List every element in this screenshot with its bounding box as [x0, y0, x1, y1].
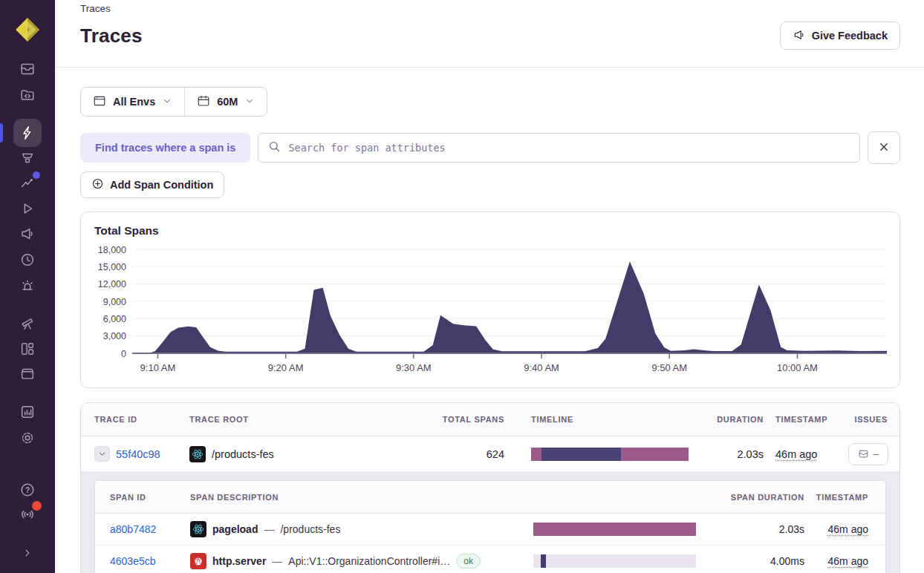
breadcrumb[interactable]: Traces — [80, 3, 900, 14]
col-issues: ISSUES — [838, 415, 899, 424]
expanded-trace-panel: SPAN ID SPAN DESCRIPTION SPAN DURATION T… — [81, 471, 899, 573]
traces-table: TRACE ID TRACE ROOT TOTAL SPANS TIMELINE… — [80, 402, 900, 573]
chevron-down-icon — [162, 96, 172, 108]
svg-text:0: 0 — [121, 349, 126, 359]
environment-filter-label: All Envs — [113, 96, 155, 108]
col-span-timestamp: TIMESTAMP — [804, 493, 885, 502]
col-timestamp: TIMESTAMP — [764, 415, 838, 424]
settings-icon[interactable] — [13, 424, 42, 452]
page-title: Traces — [80, 24, 143, 48]
span-timestamp[interactable]: 46m ago — [828, 523, 868, 535]
col-span-duration: SPAN DURATION — [696, 493, 804, 502]
span-table-header: SPAN ID SPAN DESCRIPTION SPAN DURATION T… — [95, 481, 885, 514]
svg-text:9,000: 9,000 — [103, 297, 126, 307]
span-row: a80b7482 pageload — /products-fes — [95, 514, 885, 545]
span-row: 4603e5cb http.server — Api::V1::Organiza… — [95, 545, 885, 573]
profiling-icon[interactable] — [13, 144, 42, 172]
col-trace-id: TRACE ID — [81, 415, 189, 424]
traces-table-header: TRACE ID TRACE ROOT TOTAL SPANS TIMELINE… — [81, 403, 899, 436]
span-id-link[interactable]: 4603e5cb — [110, 555, 156, 567]
projects-icon[interactable] — [13, 81, 42, 109]
insights-notification-dot — [33, 171, 40, 179]
date-range-filter-label: 60M — [217, 96, 238, 108]
insights-icon[interactable] — [13, 169, 42, 197]
react-icon — [189, 446, 206, 462]
span-timestamp[interactable]: 46m ago — [828, 555, 868, 567]
span-duration: 2.03s — [696, 523, 804, 535]
issues-icon[interactable] — [13, 55, 42, 83]
discover-icon[interactable] — [13, 309, 42, 337]
archive-icon[interactable] — [13, 359, 42, 387]
trace-duration: 2.03s — [689, 448, 764, 460]
span-op: http.server — [212, 555, 266, 567]
col-span-id: SPAN ID — [95, 493, 190, 502]
calendar-icon — [197, 94, 210, 110]
page-filter-bar: All Envs 60M — [80, 87, 267, 117]
span-duration: 4.00ms — [696, 555, 804, 567]
span-status-badge: ok — [456, 554, 481, 569]
collapse-row-button[interactable] — [94, 446, 110, 462]
total-spans-chart: 03,0006,0009,00012,00015,00018,0009:10 A… — [81, 242, 899, 387]
megaphone-icon — [793, 28, 806, 44]
svg-text:18,000: 18,000 — [98, 245, 126, 255]
releases-icon[interactable] — [13, 246, 42, 274]
replays-icon[interactable] — [13, 194, 42, 223]
svg-text:9:50 AM: 9:50 AM — [651, 362, 687, 373]
span-duration-bar — [533, 554, 696, 568]
trace-timestamp[interactable]: 46m ago — [775, 448, 817, 460]
sentry-logo[interactable] — [13, 15, 42, 45]
span-table: SPAN ID SPAN DESCRIPTION SPAN DURATION T… — [94, 480, 886, 573]
span-op: pageload — [212, 523, 258, 535]
span-description: /products-fes — [280, 523, 340, 535]
trace-root-label: /products-fes — [212, 448, 274, 460]
issues-count: – — [873, 448, 878, 459]
span-attributes-search[interactable] — [258, 133, 860, 163]
plus-circle-icon — [91, 177, 104, 192]
give-feedback-button[interactable]: Give Feedback — [780, 22, 900, 50]
feedback-icon[interactable] — [13, 220, 42, 248]
svg-text:15,000: 15,000 — [98, 262, 126, 272]
broadcast-notification-dot — [32, 501, 42, 511]
chart-title: Total Spans — [94, 224, 899, 238]
separator: — — [264, 523, 274, 535]
environment-filter[interactable]: All Envs — [81, 88, 184, 116]
svg-text:12,000: 12,000 — [98, 279, 126, 289]
add-span-condition-button[interactable]: Add Span Condition — [80, 171, 224, 198]
window-icon — [93, 94, 106, 110]
trace-id-link[interactable]: 55f40c98 — [116, 448, 160, 460]
trace-row: 55f40c98 /products-fes 624 2.03s 46m ago — [81, 436, 899, 471]
search-input[interactable] — [288, 142, 850, 154]
sidebar: ? — [0, 0, 55, 573]
find-traces-pill: Find traces where a span is — [80, 133, 250, 163]
alerts-icon[interactable] — [13, 272, 42, 300]
col-total-spans: TOTAL SPANS — [387, 415, 504, 424]
date-range-filter[interactable]: 60M — [185, 88, 267, 116]
clear-search-button[interactable] — [868, 131, 900, 164]
col-span-description: SPAN DESCRIPTION — [190, 493, 533, 502]
separator: — — [272, 555, 282, 567]
explore-icon[interactable] — [13, 119, 42, 147]
span-description: Api::V1::OrganizationController#i… — [288, 555, 450, 567]
col-trace-root: TRACE ROOT — [189, 415, 387, 424]
svg-text:9:10 AM: 9:10 AM — [140, 362, 176, 373]
chevron-down-icon — [244, 96, 255, 108]
svg-text:9:30 AM: 9:30 AM — [396, 362, 432, 373]
add-span-condition-label: Add Span Condition — [110, 179, 213, 191]
svg-text:3,000: 3,000 — [103, 331, 126, 341]
react-icon — [190, 521, 206, 537]
total-spans-value: 624 — [387, 448, 504, 460]
span-id-link[interactable]: a80b7482 — [110, 523, 156, 535]
svg-text:?: ? — [25, 486, 30, 494]
broadcast-icon[interactable] — [13, 500, 42, 528]
span-duration-bar — [533, 523, 696, 536]
stats-icon[interactable] — [13, 398, 42, 426]
col-duration: DURATION — [689, 415, 764, 424]
page-header: Traces Traces Give Feedback — [55, 0, 924, 68]
svg-text:6,000: 6,000 — [103, 314, 126, 324]
col-timeline: TIMELINE — [504, 415, 689, 424]
collapse-icon[interactable] — [13, 539, 42, 567]
give-feedback-label: Give Feedback — [812, 30, 888, 42]
search-icon — [267, 140, 282, 157]
trace-issues-button[interactable]: – — [848, 443, 888, 465]
close-icon — [876, 140, 891, 157]
